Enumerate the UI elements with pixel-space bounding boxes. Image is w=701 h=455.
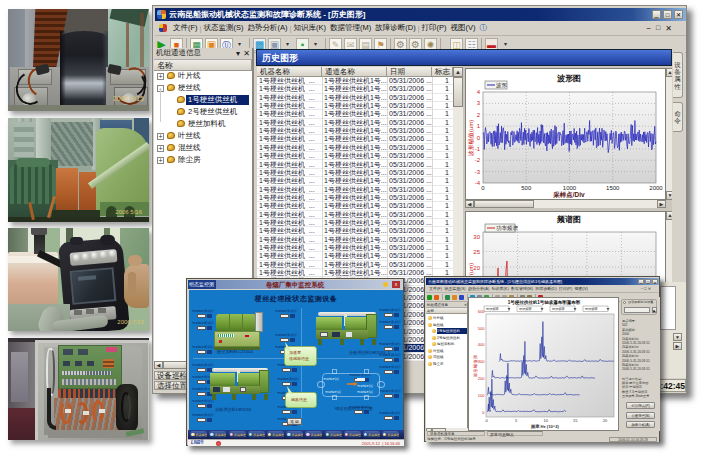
svg-text:0: 0: [477, 135, 481, 141]
svg-text:300: 300: [478, 359, 485, 364]
svg-text:10: 10: [543, 418, 548, 423]
svg-text:预设频带: 预设频带: [585, 307, 599, 311]
svg-text:预设频带: 预设频带: [552, 307, 566, 311]
svg-text:25: 25: [473, 249, 480, 255]
svg-text:波形: 波形: [496, 82, 508, 89]
svg-text:3: 3: [477, 100, 481, 106]
svg-text:100: 100: [478, 393, 485, 398]
svg-text:预设频带: 预设频带: [486, 307, 500, 311]
svg-text:0: 0: [485, 418, 488, 423]
svg-text:波形图: 波形图: [556, 74, 581, 83]
svg-text:频谱图: 频谱图: [556, 215, 581, 224]
svg-text:预设频带: 预设频带: [519, 307, 533, 311]
svg-text:500: 500: [521, 185, 532, 191]
svg-text:-1: -1: [475, 146, 481, 152]
svg-text:-2: -2: [475, 157, 481, 163]
svg-text:频率 Hz (10^2): 频率 Hz (10^2): [530, 424, 560, 429]
svg-text:波形幅值(um): 波形幅值(um): [467, 120, 475, 156]
svg-text:400: 400: [478, 342, 485, 347]
svg-text:5: 5: [515, 418, 518, 423]
svg-text:1500: 1500: [606, 185, 620, 191]
svg-text:-4: -4: [475, 180, 481, 186]
svg-text:0: 0: [481, 185, 485, 191]
svg-text:15: 15: [573, 418, 578, 423]
svg-text:1号梗丝供丝机1号轴承瀑布图瀑布图: 1号梗丝供丝机1号轴承瀑布图瀑布图: [508, 299, 581, 306]
svg-text:0: 0: [482, 410, 485, 415]
svg-text:采样点/Div: 采样点/Div: [552, 191, 585, 199]
svg-text:1: 1: [477, 123, 481, 129]
svg-text:4: 4: [477, 89, 481, 95]
svg-text:2: 2: [477, 112, 481, 118]
svg-text:功率频谱: 功率频谱: [496, 225, 519, 232]
svg-text:波形幅值谱: 波形幅值谱: [472, 354, 478, 377]
svg-text:2000: 2000: [649, 185, 663, 191]
svg-text:20: 20: [603, 418, 608, 423]
svg-text:200: 200: [478, 376, 485, 381]
svg-text:20: 20: [473, 265, 480, 271]
svg-text:500: 500: [478, 326, 485, 331]
svg-text:30: 30: [473, 234, 480, 240]
svg-text:600: 600: [478, 309, 485, 314]
svg-text:-3: -3: [475, 169, 481, 175]
